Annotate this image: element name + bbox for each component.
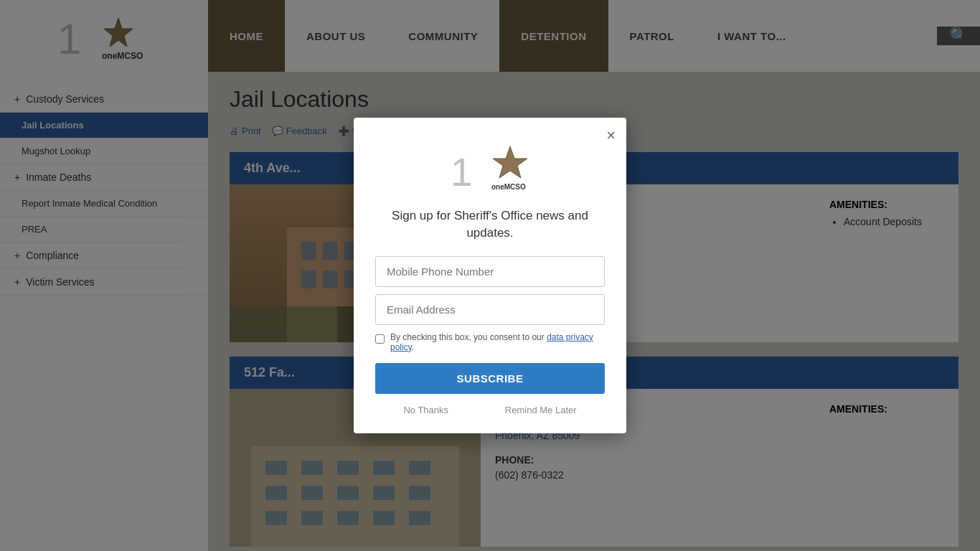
no-thanks-link[interactable]: No Thanks [403, 405, 448, 415]
subscribe-button[interactable]: SUBSCRIBE [375, 363, 605, 394]
consent-text: By checking this box, you consent to our… [390, 332, 605, 352]
modal: × 1 oneMCSO Sign up for Sheriff's Office… [354, 118, 626, 433]
svg-text:1: 1 [451, 150, 473, 194]
modal-logo-svg: 1 oneMCSO [447, 139, 533, 197]
svg-marker-32 [493, 146, 527, 178]
svg-text:oneMCSO: oneMCSO [491, 183, 526, 191]
modal-bottom-links: No Thanks Remind Me Later [375, 405, 605, 415]
consent-row: By checking this box, you consent to our… [375, 332, 605, 352]
modal-overlay[interactable]: × 1 oneMCSO Sign up for Sheriff's Office… [0, 0, 980, 551]
modal-logo: 1 oneMCSO [447, 139, 533, 197]
modal-close-button[interactable]: × [606, 126, 616, 145]
remind-later-link[interactable]: Remind Me Later [505, 405, 577, 415]
modal-title: Sign up for Sheriff's Office news and up… [375, 207, 605, 242]
phone-input[interactable] [375, 256, 605, 287]
consent-checkbox[interactable] [375, 334, 385, 344]
email-input[interactable] [375, 294, 605, 325]
